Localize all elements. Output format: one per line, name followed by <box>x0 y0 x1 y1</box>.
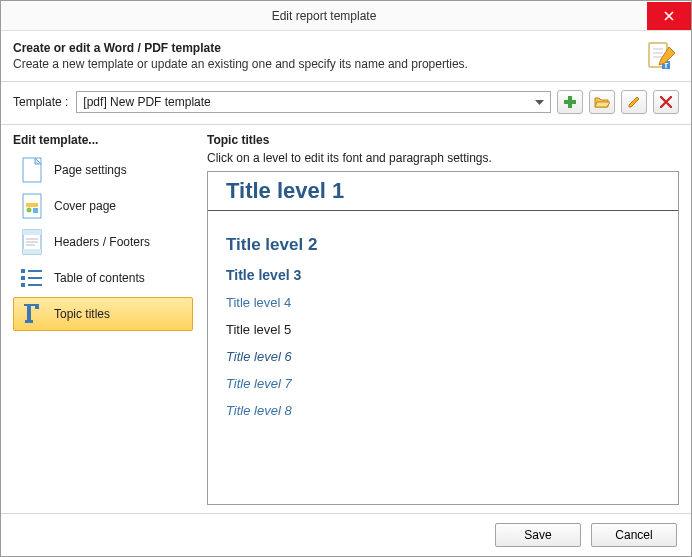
header-icon: T <box>645 41 677 73</box>
window-title: Edit report template <box>1 9 647 23</box>
title-level-2[interactable]: Title level 2 <box>208 229 678 261</box>
page-settings-icon <box>20 156 44 184</box>
folder-open-icon <box>594 95 610 109</box>
open-template-button[interactable] <box>589 90 615 114</box>
title-level-3[interactable]: Title level 3 <box>208 261 678 289</box>
svg-rect-14 <box>23 230 41 235</box>
svg-rect-19 <box>21 269 25 273</box>
delete-template-button[interactable] <box>653 90 679 114</box>
template-select[interactable]: [pdf] New PDF template <box>76 91 551 113</box>
title-level-6[interactable]: Title level 6 <box>208 343 678 370</box>
sidebar-item-page-settings[interactable]: Page settings <box>13 153 193 187</box>
sidebar: Edit template... Page settings Cover pag… <box>13 133 193 505</box>
separator <box>1 124 691 125</box>
template-row: Template : [pdf] New PDF template <box>1 90 691 122</box>
sidebar-item-table-of-contents[interactable]: Table of contents <box>13 261 193 295</box>
toc-icon <box>20 264 44 292</box>
svg-rect-7 <box>564 100 576 104</box>
topic-titles-icon <box>20 300 44 328</box>
template-label: Template : <box>13 95 68 109</box>
sidebar-item-label: Topic titles <box>54 307 110 321</box>
title-level-8[interactable]: Title level 8 <box>208 397 678 424</box>
header-subtitle: Create a new template or update an exist… <box>13 57 637 71</box>
sidebar-item-label: Headers / Footers <box>54 235 150 249</box>
svg-rect-23 <box>21 283 25 287</box>
add-template-button[interactable] <box>557 90 583 114</box>
title-level-7[interactable]: Title level 7 <box>208 370 678 397</box>
chevron-down-icon <box>528 95 544 109</box>
svg-rect-15 <box>23 249 41 254</box>
sidebar-item-headers-footers[interactable]: Headers / Footers <box>13 225 193 259</box>
sidebar-item-label: Table of contents <box>54 271 145 285</box>
header-row: Create or edit a Word / PDF template Cre… <box>1 31 691 79</box>
main-subtitle: Click on a level to edit its font and pa… <box>207 151 679 165</box>
footer: Save Cancel <box>1 514 691 556</box>
title-level-1[interactable]: Title level 1 <box>208 172 678 211</box>
sidebar-item-topic-titles[interactable]: Topic titles <box>13 297 193 331</box>
dialog-window: Edit report template Create or edit a Wo… <box>0 0 692 557</box>
cover-page-icon <box>20 192 44 220</box>
sidebar-item-label: Page settings <box>54 163 127 177</box>
svg-rect-21 <box>21 276 25 280</box>
headers-footers-icon <box>20 228 44 256</box>
title-level-4[interactable]: Title level 4 <box>208 289 678 316</box>
titlebar: Edit report template <box>1 1 691 31</box>
svg-rect-12 <box>33 208 38 213</box>
separator <box>1 81 691 82</box>
header-title: Create or edit a Word / PDF template <box>13 41 637 55</box>
template-selected-value: [pdf] New PDF template <box>83 95 528 109</box>
title-levels-list[interactable]: Title level 1 Title level 2 Title level … <box>207 171 679 505</box>
delete-icon <box>660 96 672 108</box>
save-button[interactable]: Save <box>495 523 581 547</box>
edit-template-icon: T <box>645 41 677 73</box>
cancel-button[interactable]: Cancel <box>591 523 677 547</box>
main-title: Topic titles <box>207 133 679 147</box>
main-panel: Topic titles Click on a level to edit it… <box>207 133 679 505</box>
title-level-5[interactable]: Title level 5 <box>208 316 678 343</box>
header-text: Create or edit a Word / PDF template Cre… <box>13 41 637 71</box>
sidebar-item-label: Cover page <box>54 199 116 213</box>
close-icon <box>664 11 674 21</box>
content-area: Edit template... Page settings Cover pag… <box>1 133 691 513</box>
pencil-icon <box>627 95 641 109</box>
edit-template-button[interactable] <box>621 90 647 114</box>
sidebar-item-cover-page[interactable]: Cover page <box>13 189 193 223</box>
svg-rect-10 <box>26 203 38 207</box>
svg-point-11 <box>27 208 32 213</box>
plus-icon <box>563 95 577 109</box>
sidebar-title: Edit template... <box>13 133 193 147</box>
sidebar-list: Page settings Cover page Headers / Foote… <box>13 153 193 331</box>
close-button[interactable] <box>647 2 691 30</box>
svg-rect-25 <box>27 304 31 320</box>
svg-rect-26 <box>25 320 33 323</box>
